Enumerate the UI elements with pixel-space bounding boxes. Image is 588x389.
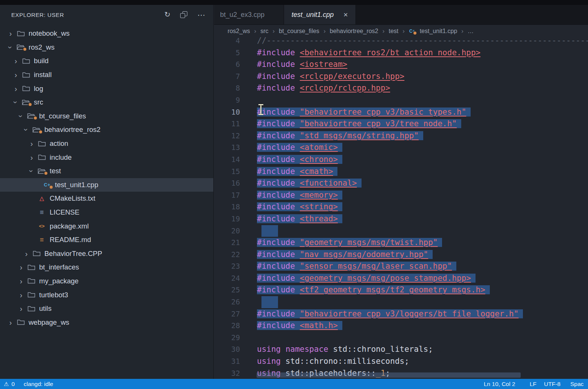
chevron-right-icon[interactable]: › xyxy=(16,291,26,299)
chevron-right-icon[interactable]: › xyxy=(11,57,21,65)
indentation-indicator[interactable]: Spac xyxy=(570,379,583,389)
line-number: 6 xyxy=(214,59,240,71)
tree-folder-bt_course_files[interactable]: ›bt_course_files xyxy=(0,109,213,123)
code-line-29[interactable]: 29 xyxy=(214,332,588,344)
tab-bt_u2_ex3-cpp[interactable]: bt_u2_ex3.cpp xyxy=(214,5,284,24)
tree-folder-behaviortree_ros2[interactable]: ›behaviortree_ros2 xyxy=(0,123,213,137)
breadcrumb-item-src[interactable]: src xyxy=(260,28,268,35)
breadcrumb-separator-icon: › xyxy=(403,27,405,35)
chevron-right-icon[interactable]: › xyxy=(26,154,37,161)
tree-file-package.xml[interactable]: <>package.xml xyxy=(0,219,213,233)
code-text: #include <geometry_msgs/msg/pose_stamped… xyxy=(257,272,476,285)
code-line-13[interactable]: 13#include <atomic> xyxy=(214,142,588,154)
tree-folder-ros2_ws[interactable]: ›ros2_ws xyxy=(0,41,213,54)
code-line-15[interactable]: 15#include <cmath> xyxy=(214,166,588,178)
tree-folder-webpage_ws[interactable]: ›webpage_ws xyxy=(0,315,213,329)
tree-file-cmakelists.txt[interactable]: △CMakeLists.txt xyxy=(0,192,213,206)
code-line-22[interactable]: 22#include "nav_msgs/msg/odometry.hpp" xyxy=(214,249,588,261)
tree-folder-notebook_ws[interactable]: ›notebook_ws xyxy=(0,27,213,41)
more-actions-icon[interactable]: … xyxy=(197,10,206,17)
chevron-right-icon[interactable]: › xyxy=(26,140,37,147)
tree-file-license[interactable]: ≡LICENSE xyxy=(0,206,213,219)
tree-folder-src[interactable]: ›src xyxy=(0,95,213,109)
breadcrumb-item-bt_course_files[interactable]: bt_course_files xyxy=(279,28,319,35)
code-line-12[interactable]: 12#include "std_msgs/msg/string.hpp" xyxy=(214,130,588,142)
tree-file-test_unit1.cpp[interactable]: C+test_unit1.cpp xyxy=(0,178,213,192)
tree-folder-my_package[interactable]: ›my_package xyxy=(0,274,213,288)
code-line-14[interactable]: 14#include <chrono> xyxy=(214,154,588,166)
code-line-6[interactable]: 6#include <iostream> xyxy=(214,59,588,71)
chevron-down-icon[interactable]: › xyxy=(7,42,14,53)
tree-file-readme.md[interactable]: ≡README.md xyxy=(0,233,213,247)
chevron-down-icon[interactable]: › xyxy=(12,97,20,107)
refresh-explorer-icon[interactable]: ↻ xyxy=(164,11,170,18)
breadcrumb-item-test[interactable]: test xyxy=(389,28,398,35)
chevron-down-icon[interactable]: › xyxy=(17,111,25,121)
code-line-17[interactable]: 17#include <memory> xyxy=(214,189,588,201)
tree-folder-behaviortree.cpp[interactable]: ›BehaviorTree.CPP xyxy=(0,247,213,261)
code-line-31[interactable]: 31using std::chrono::milliseconds; xyxy=(214,356,588,368)
code-line-11[interactable]: 11#include "behaviortree_cpp_v3/tree_nod… xyxy=(214,118,588,130)
clangd-status[interactable]: clangd: idle xyxy=(24,381,53,387)
code-editor[interactable]: 4//-------------------------------------… xyxy=(214,35,588,379)
code-line-25[interactable]: 25#include <tf2_geometry_msgs/tf2_geomet… xyxy=(214,284,588,296)
tree-folder-include[interactable]: ›include xyxy=(0,150,213,164)
tree-item-label: BehaviorTree.CPP xyxy=(44,250,102,258)
code-line-30[interactable]: 30using namespace std::chrono_literals; xyxy=(214,344,588,356)
chevron-right-icon[interactable]: › xyxy=(11,85,21,92)
code-line-21[interactable]: 21#include "geometry_msgs/msg/twist.hpp" xyxy=(214,237,588,249)
problems-indicator[interactable]: ⚠ 0 xyxy=(4,381,15,387)
tree-folder-turtlebot3[interactable]: ›turtlebot3 xyxy=(0,288,213,302)
encoding-indicator[interactable]: UTF-8 xyxy=(544,379,561,389)
chevron-right-icon[interactable]: › xyxy=(5,30,16,37)
chevron-right-icon[interactable]: › xyxy=(21,250,32,257)
breadcrumb-item-test_unit1.cpp[interactable]: test_unit1.cpp xyxy=(420,28,457,35)
tree-folder-build[interactable]: ›build xyxy=(0,54,213,68)
code-line-24[interactable]: 24#include <geometry_msgs/msg/pose_stamp… xyxy=(214,272,588,285)
chevron-right-icon[interactable]: › xyxy=(11,71,21,79)
code-line-19[interactable]: 19#include <thread> xyxy=(214,213,588,225)
code-line-16[interactable]: 16#include <functional> xyxy=(214,177,588,189)
tree-folder-log[interactable]: ›log xyxy=(0,82,213,95)
cmake-file-icon: △ xyxy=(37,195,47,202)
vscode-window: EXPLORER: USER ↻ … ›notebook_ws›ros2_ws›… xyxy=(0,0,588,389)
horizontal-scrollbar[interactable] xyxy=(257,372,521,378)
code-text: #include <atomic> xyxy=(257,142,342,154)
code-line-20[interactable]: 20 xyxy=(214,225,588,237)
tree-folder-utils[interactable]: ›utils xyxy=(0,302,213,316)
token-keyword: using xyxy=(257,357,281,366)
line-number: 31 xyxy=(214,356,240,368)
code-line-8[interactable]: 8#include <rclcpp/rclcpp.hpp> xyxy=(214,82,588,94)
code-line-18[interactable]: 18#include <string> xyxy=(214,201,588,213)
collapse-folders-icon[interactable] xyxy=(180,11,187,18)
code-line-7[interactable]: 7#include <rclcpp/executors.hpp> xyxy=(214,71,588,83)
tree-folder-action[interactable]: ›action xyxy=(0,137,213,151)
eol-indicator[interactable]: LF xyxy=(530,379,536,389)
code-line-28[interactable]: 28#include <math.h> xyxy=(214,320,588,332)
tree-folder-install[interactable]: ›install xyxy=(0,68,213,82)
chevron-right-icon[interactable]: › xyxy=(16,305,26,312)
breadcrumb-item-behaviortree_ros2[interactable]: behaviortree_ros2 xyxy=(330,28,378,35)
code-line-26[interactable]: 26 xyxy=(214,296,588,308)
tree-item-label: include xyxy=(50,153,72,162)
code-line-4[interactable]: 4//-------------------------------------… xyxy=(214,35,588,47)
tree-folder-test[interactable]: ›test xyxy=(0,164,213,178)
breadcrumb-item--[interactable]: … xyxy=(468,28,474,35)
tab-test_unit1-cpp[interactable]: test_unit1.cpp × xyxy=(284,5,356,24)
code-line-23[interactable]: 23#include "sensor_msgs/msg/laser_scan.h… xyxy=(214,260,588,272)
code-line-27[interactable]: 27#include "behaviortree_cpp_v3/loggers/… xyxy=(214,308,588,320)
chevron-right-icon[interactable]: › xyxy=(16,277,26,285)
code-line-5[interactable]: 5#include <behaviortree_ros2/bt_action_n… xyxy=(214,47,588,59)
breadcrumb-item-ros2_ws[interactable]: ros2_ws xyxy=(228,28,250,35)
chevron-down-icon[interactable]: › xyxy=(23,124,30,135)
chevron-right-icon[interactable]: › xyxy=(5,319,16,326)
folder-icon xyxy=(37,141,47,147)
code-line-10[interactable]: 10#include "behaviortree_cpp_v3/basic_ty… xyxy=(214,106,588,118)
chevron-right-icon[interactable]: › xyxy=(16,263,26,271)
close-tab-icon[interactable]: × xyxy=(343,11,348,19)
tree-folder-bt_interfaces[interactable]: ›bt_interfaces xyxy=(0,260,213,274)
cursor-position-indicator[interactable]: Ln 10, Col 2 xyxy=(484,379,515,389)
code-text: #include <math.h> xyxy=(257,320,342,332)
chevron-down-icon[interactable]: › xyxy=(28,166,35,176)
code-line-9[interactable]: 9 xyxy=(214,94,588,106)
